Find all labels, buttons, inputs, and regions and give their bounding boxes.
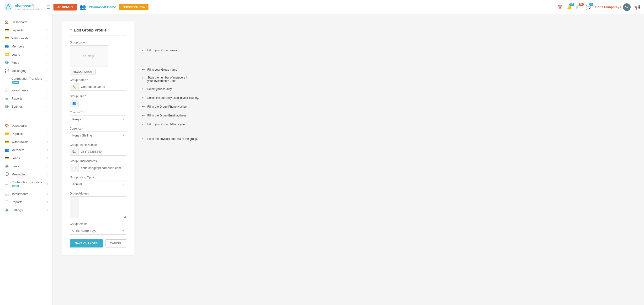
- sidebar-item-reports[interactable]: ☰ Reports <: [0, 94, 52, 102]
- nav-icons: 📅 🔔 20 ✉️ 10 💬 1 Chris Humphreys 🛡 📢: [557, 3, 640, 11]
- group-name-input[interactable]: [78, 83, 126, 90]
- sidebar-item-contribution-transfers[interactable]: — Contribution TransfersBETA <: [0, 75, 52, 86]
- email-field: Group Email Address ✉️: [70, 160, 126, 172]
- select-logo-button[interactable]: SELECT LOGO: [70, 69, 96, 74]
- hamburger-icon[interactable]: ☰: [47, 4, 50, 10]
- bell-icon-btn[interactable]: 🔔 20: [567, 4, 572, 10]
- arrow-icon: ←: [141, 104, 145, 109]
- annotation-text-phone: Fill in the Group Phone Number: [147, 105, 188, 108]
- beta-badge2: BETA: [12, 185, 19, 187]
- phone-input[interactable]: [78, 148, 126, 155]
- avatar: 🛡: [623, 3, 631, 11]
- sidebar2-item-loans[interactable]: 💳 Loans <: [0, 154, 52, 162]
- billing-select[interactable]: Annual Monthly Quarterly: [70, 180, 126, 188]
- country-label: Country *: [70, 111, 126, 114]
- sidebar-label: Loans: [12, 53, 46, 56]
- actions-button[interactable]: ACTIONS ▾: [54, 4, 76, 10]
- country-select[interactable]: Kenya Uganda Tanzania Rwanda: [70, 115, 126, 123]
- reports2-icon: ☰: [4, 200, 9, 204]
- sidebar-item-fines[interactable]: ⚙️ Fines <: [0, 58, 52, 66]
- sidebar-label: Deposits: [12, 28, 46, 32]
- sidebar-label: Investments: [12, 88, 46, 92]
- contribution-transfers2-icon: —: [4, 182, 9, 186]
- sidebar2-item-members[interactable]: 👥 Members <: [0, 146, 52, 154]
- list-icon: ≡: [70, 28, 72, 32]
- fines2-icon: ⚙️: [4, 164, 9, 168]
- annotations-panel: ← Fill In your Group name ← Fill in your…: [141, 22, 218, 145]
- calendar-icon: 📅: [557, 5, 562, 10]
- mail-badge: 10: [579, 3, 584, 6]
- sidebar-item-members[interactable]: 👥 Members <: [0, 42, 52, 50]
- chevron-right-icon: <: [46, 132, 48, 135]
- sidebar-item-deposits[interactable]: 💳 Deposits <: [0, 26, 52, 34]
- chevron-right-icon: <: [46, 192, 48, 195]
- sidebar2-item-contribution-transfers[interactable]: — Contribution TransfersBETA <: [0, 178, 52, 190]
- subscribe-button[interactable]: SUBSCRIBE NOW: [119, 4, 148, 10]
- chevron-right-icon: <: [46, 148, 48, 151]
- loans-icon: 💳: [4, 52, 9, 56]
- group-size-field: Group Size * 👥: [70, 94, 126, 107]
- group-name-label: Group Name *: [70, 78, 126, 82]
- sidebar-label: Withdrawals: [12, 36, 46, 40]
- sidebar-label: Members: [12, 148, 46, 152]
- cancel-button[interactable]: CANCEL: [105, 239, 126, 248]
- user-menu[interactable]: Chris Humphreys 🛡: [595, 3, 631, 11]
- speaker-icon[interactable]: 📢: [635, 4, 640, 10]
- sidebar2-item-settings[interactable]: ⚙️ Settings <: [0, 206, 52, 214]
- currency-field: Currency * Kenya Shilling Ugandan Shilli…: [70, 127, 126, 139]
- no-image-text: no image: [83, 54, 94, 58]
- currency-label: Currency *: [70, 127, 126, 130]
- sidebar-section-main: 🏠 Dashboard 💳 Deposits < 💳 Withdrawals <…: [0, 17, 52, 114]
- owner-select-wrapper: Chris Humphreys ▾: [70, 227, 126, 234]
- sidebar-label: Fines: [12, 164, 46, 168]
- sidebar2-item-deposits[interactable]: 💳 Deposits <: [0, 130, 52, 138]
- sidebar-label: Reports: [12, 200, 46, 204]
- sidebar-label: Investments: [12, 192, 46, 196]
- owner-label: Group Owner: [70, 222, 126, 226]
- group-size-input[interactable]: [78, 99, 126, 107]
- annotation-text-email: Fill in the Group Email address: [147, 114, 186, 117]
- annotation-text-billing: Fill In your Group billing cycle: [147, 123, 185, 126]
- sidebar2-item-fines[interactable]: ⚙️ Fines <: [0, 162, 52, 170]
- address-textarea[interactable]: [79, 197, 126, 218]
- mail-icon-btn[interactable]: ✉️ 10: [576, 4, 582, 10]
- reports-icon: ☰: [4, 96, 9, 100]
- currency-select[interactable]: Kenya Shilling Ugandan Shilling Tanzania…: [70, 132, 126, 139]
- sidebar-item-settings[interactable]: ⚙️ Settings <: [0, 102, 52, 110]
- sidebar-label: Deposits: [12, 132, 46, 136]
- sidebar2-item-withdrawals[interactable]: 💳 Withdrawals <: [0, 138, 52, 146]
- pencil-icon: ✏️: [70, 83, 78, 90]
- sidebar2-item-messaging[interactable]: 💬 Messaging <: [0, 170, 52, 178]
- chat-icon-btn[interactable]: 💬 1: [586, 4, 591, 10]
- group-size-icon: 👥: [70, 100, 78, 107]
- chevron-right-icon: <: [46, 45, 48, 48]
- email-input[interactable]: [78, 164, 126, 172]
- group-icon: 👥: [80, 4, 86, 10]
- sidebar-item-messaging[interactable]: 💬 Messaging <: [0, 66, 52, 75]
- phone-icon: 📞: [70, 148, 78, 155]
- sidebar2-item-reports[interactable]: ☰ Reports <: [0, 198, 52, 206]
- sidebar2-item-investments[interactable]: 📊 Investments <: [0, 190, 52, 198]
- calendar-icon-btn[interactable]: 📅: [557, 4, 562, 10]
- arrow-icon: ←: [141, 122, 145, 127]
- chevron-right-icon: <: [46, 173, 48, 176]
- owner-select[interactable]: Chris Humphreys: [70, 227, 126, 234]
- sidebar-label: Messaging: [12, 69, 46, 72]
- annotation-billing: ← Fill In your Group billing cycle: [141, 122, 218, 127]
- sidebar2-item-dashboard[interactable]: 🏠 Dashboard: [0, 122, 52, 130]
- sidebar-item-withdrawals[interactable]: 💳 Withdrawals <: [0, 34, 52, 42]
- chevron-right-icon: <: [46, 208, 48, 212]
- address-icon: ☰: [70, 197, 79, 218]
- annotation-text-logo: Fill In your Group name: [147, 49, 177, 52]
- chevron-right-icon: <: [46, 165, 48, 168]
- deposits-icon: 💳: [4, 28, 9, 32]
- sidebar-item-dashboard[interactable]: 🏠 Dashboard: [0, 18, 52, 26]
- group-name-nav: Chamasoft Demo: [89, 5, 116, 9]
- phone-field: Group Phone Number 📞: [70, 143, 126, 156]
- sidebar-item-investments[interactable]: 📊 Investments <: [0, 86, 52, 94]
- save-changes-button[interactable]: SAVE CHANGES: [70, 239, 103, 248]
- card-title: ≡ Edit Group Profile: [70, 28, 126, 36]
- annotation-size: ← State the number of members in your in…: [141, 76, 218, 82]
- sidebar-item-loans[interactable]: 💳 Loans <: [0, 50, 52, 58]
- sidebar-label: Members: [12, 45, 46, 48]
